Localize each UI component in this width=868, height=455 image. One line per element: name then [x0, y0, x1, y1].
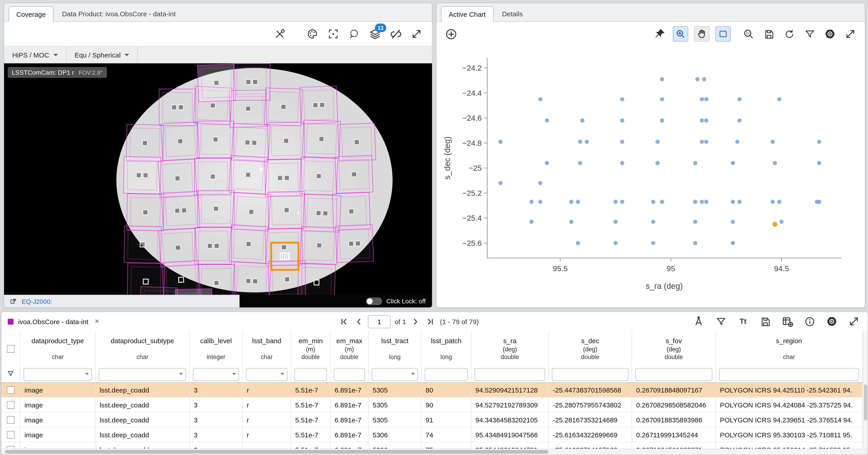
data-point[interactable] — [817, 140, 821, 144]
data-point[interactable] — [704, 118, 708, 122]
close-table-icon[interactable]: × — [95, 317, 99, 326]
data-point[interactable] — [817, 161, 821, 165]
data-point[interactable] — [655, 161, 659, 165]
data-point[interactable] — [585, 140, 589, 144]
data-point[interactable] — [660, 77, 664, 81]
data-point[interactable] — [771, 200, 775, 204]
last-page-icon[interactable] — [425, 316, 436, 327]
vertical-scrollbar-thumb[interactable] — [864, 384, 867, 421]
data-point[interactable] — [651, 220, 655, 224]
scatter-chart[interactable]: −24.2−24.4−24.6−24.8−25−25.2−25.4−25.695… — [440, 47, 857, 295]
row-checkbox[interactable] — [7, 386, 14, 394]
data-point[interactable] — [777, 200, 781, 204]
filter-input-s_dec[interactable] — [552, 368, 628, 381]
data-point[interactable] — [660, 118, 664, 122]
open-in-new-icon[interactable] — [9, 297, 18, 306]
filter-input-s_region[interactable] — [719, 368, 859, 381]
column-header-lsst_band[interactable]: lsst_band char — [243, 331, 291, 366]
table-row[interactable]: imagelsst.deep_coadd3r5.51e-76.891e-7530… — [1, 383, 863, 397]
row-checkbox[interactable] — [7, 401, 14, 408]
recenter-icon[interactable] — [326, 27, 341, 41]
data-point[interactable] — [620, 200, 624, 204]
filter-input-lsst_patch[interactable] — [425, 368, 467, 380]
layers-icon[interactable]: 13 — [368, 27, 382, 41]
angle-tool-icon[interactable] — [691, 314, 706, 329]
coord-system-dropdown[interactable]: Equ / Spherical — [66, 47, 138, 63]
horizontal-scrollbar-thumb[interactable] — [5, 450, 548, 454]
column-header-em_max[interactable]: em_max(m)double — [331, 331, 369, 366]
column-header-s_fov[interactable]: s_fov(deg)double — [632, 331, 716, 366]
row-checkbox[interactable] — [7, 446, 14, 449]
data-point[interactable] — [693, 200, 697, 204]
filter-input-s_dec[interactable] — [552, 368, 628, 380]
filter-select-calib_level[interactable] — [193, 368, 239, 381]
hips-moc-dropdown[interactable]: HiPS / MOC — [4, 47, 66, 63]
data-point[interactable] — [731, 241, 735, 245]
tab-data-product[interactable]: Data Product: ivoa.ObsCore - data-int — [54, 6, 183, 21]
row-checkbox[interactable] — [7, 416, 14, 424]
data-point[interactable] — [737, 200, 741, 204]
page-number-input[interactable] — [368, 315, 391, 328]
pin-chart-icon[interactable] — [652, 27, 667, 41]
row-checkbox[interactable] — [7, 431, 14, 438]
highlighted-footprint[interactable] — [270, 242, 299, 271]
data-point[interactable] — [737, 97, 741, 101]
data-point[interactable] — [735, 140, 739, 144]
filter-input-s_ra[interactable] — [475, 368, 545, 380]
table-settings-icon[interactable] — [825, 314, 839, 329]
click-lock-toggle[interactable] — [366, 297, 382, 305]
data-point[interactable] — [704, 200, 708, 204]
data-point[interactable] — [569, 220, 573, 224]
tools-icon[interactable] — [273, 27, 287, 41]
filter-input-dataproduct_type[interactable] — [24, 368, 91, 380]
data-point[interactable] — [569, 200, 573, 204]
filter-input-s_ra[interactable] — [474, 368, 545, 381]
data-point[interactable] — [779, 220, 783, 224]
filter-input-em_max[interactable] — [334, 368, 365, 380]
filter-input-s_fov[interactable] — [636, 368, 712, 380]
info-icon[interactable] — [802, 314, 817, 329]
table-title[interactable]: ivoa.ObsCore - data-int — [18, 317, 88, 325]
data-point[interactable] — [620, 161, 624, 165]
data-point[interactable] — [578, 140, 582, 144]
data-point[interactable] — [737, 118, 741, 122]
data-point[interactable] — [651, 241, 655, 245]
filter-select-lsst_band[interactable] — [246, 368, 287, 381]
expand-table-icon[interactable] — [847, 314, 861, 329]
filter-input-em_max[interactable] — [334, 368, 365, 381]
next-page-icon[interactable] — [410, 316, 421, 327]
filter-input-s_region[interactable] — [719, 368, 859, 380]
column-header-lsst_tract[interactable]: lsst_tract long — [369, 331, 422, 366]
unlink-icon[interactable] — [389, 27, 403, 41]
add-chart-icon[interactable] — [444, 27, 458, 41]
data-point[interactable] — [702, 77, 706, 81]
column-header-calib_level[interactable]: calib_level integer — [190, 331, 243, 366]
text-view-icon[interactable]: Tt — [736, 314, 750, 329]
data-point[interactable] — [817, 200, 821, 204]
data-point[interactable] — [693, 241, 697, 245]
tab-details[interactable]: Details — [494, 6, 530, 21]
save-chart-icon[interactable] — [762, 27, 776, 41]
table-row[interactable]: imagelsst.deep_coadd3r5.51e-76.891e-7530… — [1, 442, 863, 449]
data-point[interactable] — [545, 161, 549, 165]
data-point[interactable] — [700, 200, 704, 204]
data-point[interactable] — [700, 118, 704, 122]
prev-page-icon[interactable] — [353, 316, 364, 327]
data-point[interactable] — [660, 97, 664, 101]
filter-input-calib_level[interactable] — [193, 368, 239, 380]
table-row[interactable]: imagelsst.deep_coadd3r5.51e-76.891e-7530… — [1, 397, 863, 413]
data-point[interactable] — [651, 200, 655, 204]
data-point[interactable] — [655, 140, 659, 144]
column-header-lsst_patch[interactable]: lsst_patch long — [422, 331, 471, 366]
data-point[interactable] — [700, 97, 704, 101]
data-point[interactable] — [545, 118, 549, 122]
data-point[interactable] — [704, 140, 708, 144]
data-point[interactable] — [700, 140, 704, 144]
filter-input-lsst_band[interactable] — [246, 368, 287, 380]
data-point[interactable] — [498, 140, 502, 144]
data-point[interactable] — [704, 97, 708, 101]
expand-chart-icon[interactable] — [843, 27, 858, 41]
pan-icon[interactable] — [694, 26, 710, 42]
data-point[interactable] — [731, 220, 735, 224]
data-point[interactable] — [576, 200, 580, 204]
